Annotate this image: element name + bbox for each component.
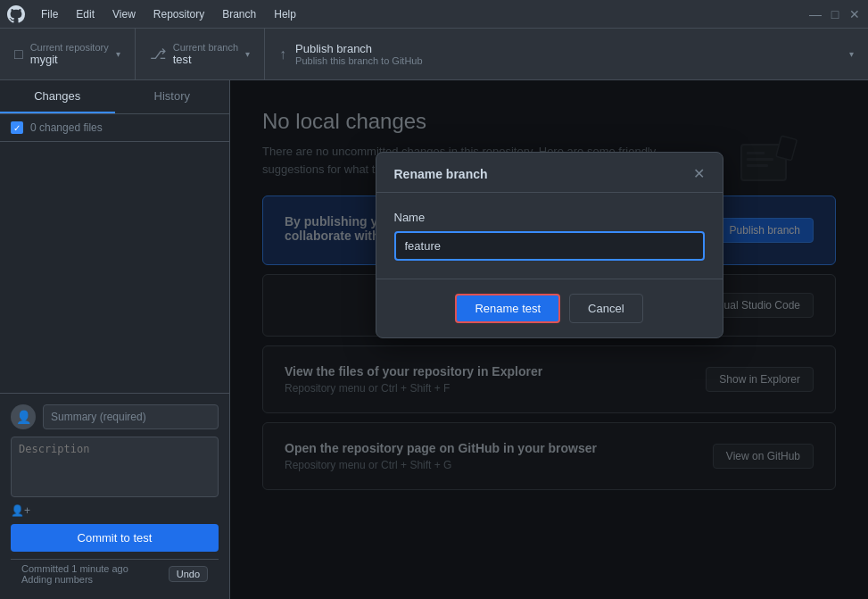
commit-button[interactable]: Commit to test: [11, 524, 219, 552]
undo-button[interactable]: Undo: [169, 566, 208, 582]
sidebar: Changes History 0 changed files 👤 👤+ Com…: [0, 80, 230, 599]
publish-text: Publish branch Publish this branch to Gi…: [295, 42, 422, 66]
menu-help[interactable]: Help: [265, 4, 305, 24]
repo-chevron-icon: ▾: [116, 49, 120, 59]
dialog-title: Rename branch: [394, 167, 488, 181]
publish-chevron-icon: ▾: [849, 49, 854, 59]
dialog-header: Rename branch ✕: [376, 153, 723, 193]
rename-confirm-button[interactable]: Rename test: [455, 294, 560, 323]
branch-icon: ⎇: [150, 46, 166, 62]
avatar: 👤: [11, 404, 36, 429]
publish-subtitle: Publish this branch to GitHub: [295, 55, 422, 66]
repo-name: mygit: [30, 53, 109, 66]
tab-changes[interactable]: Changes: [0, 80, 115, 113]
name-label: Name: [394, 211, 705, 224]
tab-history[interactable]: History: [115, 80, 230, 113]
toolbar: □ Current repository mygit ▾ ⎇ Current b…: [0, 29, 868, 80]
branch-label: Current branch: [173, 42, 238, 53]
changed-files-row: 0 changed files: [0, 114, 229, 142]
select-all-checkbox[interactable]: [11, 121, 23, 134]
publish-section[interactable]: ↑ Publish branch Publish this branch to …: [265, 29, 868, 79]
dialog-actions: Rename test Cancel: [376, 279, 723, 337]
close-button[interactable]: ✕: [848, 8, 861, 21]
title-bar: File Edit View Repository Branch Help — …: [0, 0, 868, 29]
sidebar-tabs: Changes History: [0, 80, 229, 114]
description-textarea[interactable]: [11, 437, 219, 497]
branch-name-input[interactable]: [394, 231, 705, 261]
menu-branch[interactable]: Branch: [213, 4, 265, 24]
commit-area: 👤 👤+ Commit to test Committed 1 minute a…: [0, 393, 229, 599]
dialog-body: Name: [376, 193, 723, 279]
co-author-row[interactable]: 👤+: [11, 504, 219, 517]
committed-time: Committed 1 minute ago: [21, 563, 128, 574]
changed-files-count: 0 changed files: [30, 121, 103, 134]
maximize-button[interactable]: □: [829, 8, 841, 21]
status-text-block: Committed 1 minute ago Adding numbers: [21, 563, 128, 585]
branch-name: test: [173, 53, 238, 66]
publish-icon: ↑: [279, 46, 286, 62]
commit-message: Adding numbers: [21, 574, 128, 585]
menu-view[interactable]: View: [103, 4, 145, 24]
branch-text: Current branch test: [173, 42, 238, 66]
repo-selector[interactable]: □ Current repository mygit ▾: [0, 29, 136, 79]
name-field: Name: [394, 211, 705, 261]
rename-dialog: Rename branch ✕ Name Rename test Cancel: [376, 152, 723, 338]
commit-author-row: 👤: [11, 404, 219, 429]
add-co-author-icon: 👤+: [11, 504, 30, 517]
menu-file[interactable]: File: [32, 4, 67, 24]
repo-text: Current repository mygit: [30, 42, 109, 66]
branch-selector[interactable]: ⎇ Current branch test ▾: [136, 29, 265, 79]
summary-input[interactable]: [43, 404, 219, 429]
app-layout: □ Current repository mygit ▾ ⎇ Current b…: [0, 29, 868, 599]
minimize-button[interactable]: —: [809, 8, 822, 21]
dialog-close-button[interactable]: ✕: [693, 167, 705, 181]
rename-dialog-overlay: Rename branch ✕ Name Rename test Cancel: [230, 80, 868, 599]
repo-icon: □: [14, 46, 23, 62]
menu-edit[interactable]: Edit: [67, 4, 103, 24]
menu-repository[interactable]: Repository: [145, 4, 213, 24]
menu-bar: File Edit View Repository Branch Help: [32, 4, 809, 24]
window-controls: — □ ✕: [809, 8, 861, 21]
right-panel: No local changes There are no uncommitte…: [230, 80, 868, 599]
publish-title: Publish branch: [295, 42, 422, 55]
app-logo: [7, 5, 25, 23]
status-bar: Committed 1 minute ago Adding numbers Un…: [11, 559, 219, 588]
branch-chevron-icon: ▾: [245, 49, 250, 59]
main-content: Changes History 0 changed files 👤 👤+ Com…: [0, 80, 868, 599]
rename-cancel-button[interactable]: Cancel: [569, 294, 642, 323]
repo-label: Current repository: [30, 42, 109, 53]
